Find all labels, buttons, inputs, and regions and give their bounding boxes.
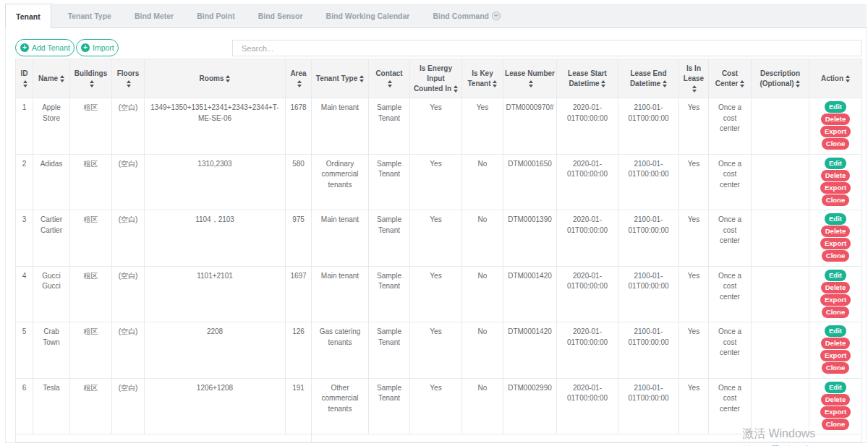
cell-area: 191 xyxy=(286,378,312,434)
tab-label: Bind Point xyxy=(197,12,235,20)
column-header-lease_number[interactable]: Lease Number xyxy=(503,59,557,98)
clone-button[interactable]: Clone xyxy=(822,306,849,318)
column-label: Rooms xyxy=(200,74,224,82)
add-tenant-button[interactable]: + Add Tenant xyxy=(15,39,75,56)
export-button[interactable]: Export xyxy=(820,238,851,249)
cell-tenant_type: Main tenant xyxy=(312,210,369,267)
cell-value: 2100-01-01T00:00:00 xyxy=(628,160,668,179)
cell-value: Yes xyxy=(477,103,488,111)
cell-value: Other commercial tenants xyxy=(321,384,358,413)
clone-button[interactable]: Clone xyxy=(822,250,849,262)
edit-button[interactable]: Edit xyxy=(825,158,846,169)
clone-button[interactable]: Clone xyxy=(822,138,849,150)
cell-id: 2 xyxy=(16,154,33,210)
search-input[interactable] xyxy=(232,40,861,56)
cell-id: 4 xyxy=(16,266,33,322)
cell-value: DTM0001650 xyxy=(508,160,552,168)
export-button[interactable]: Export xyxy=(820,182,851,194)
cell-value: 6 xyxy=(22,384,27,392)
cell-cost_center: Once a cost center xyxy=(709,378,752,434)
tab-content-panel: + Add Tenant + Import IDNameBuildingsFlo… xyxy=(5,28,867,443)
cell-is_in_lease: Yes xyxy=(679,322,709,379)
column-header-tenant_type[interactable]: Tenant Type xyxy=(312,59,369,98)
column-header-contact[interactable]: Contact xyxy=(369,59,410,98)
cell-value: DTM0002990 xyxy=(508,384,552,392)
delete-button[interactable]: Delete xyxy=(821,170,851,181)
tab-bind-meter[interactable]: Bind Meter xyxy=(123,4,185,27)
tab-tenant[interactable]: Tenant xyxy=(5,4,51,28)
cell-is_in_lease: Yes xyxy=(679,266,709,322)
edit-button[interactable]: Edit xyxy=(825,101,846,113)
delete-button[interactable]: Delete xyxy=(821,113,851,125)
toolbar: + Add Tenant + Import xyxy=(6,28,866,57)
cell-rooms: 1206+1208 xyxy=(145,378,286,434)
cell-lease_number: DTM0001420 xyxy=(503,266,557,322)
delete-button[interactable]: Delete xyxy=(821,394,851,406)
cell-value: Sample Tenant xyxy=(377,327,401,346)
column-label: Tenant Type xyxy=(316,74,357,82)
cell-value: 2 xyxy=(22,160,27,168)
column-header-action[interactable]: Action xyxy=(809,59,862,98)
cell-value: 1697 xyxy=(290,272,306,280)
column-header-cost_center[interactable]: Cost Center xyxy=(709,59,752,98)
export-button[interactable]: Export xyxy=(820,406,851,418)
import-button[interactable]: + Import xyxy=(76,39,119,56)
export-button[interactable]: Export xyxy=(820,350,851,361)
cell-rooms: 1349+1350+1351+2341+2343+2344+T-ME-SE-06 xyxy=(145,98,286,155)
edit-button[interactable]: Edit xyxy=(825,270,846,281)
clone-button[interactable]: Clone xyxy=(822,362,849,374)
cell-floors: (空白) xyxy=(112,98,145,155)
tab-bind-working-calendar[interactable]: Bind Working Calendar xyxy=(315,4,422,27)
column-header-is_in_lease[interactable]: Is In Lease xyxy=(679,59,709,98)
tab-tenant-type[interactable]: Tenant Type xyxy=(56,4,123,27)
delete-button[interactable]: Delete xyxy=(821,338,851,349)
cell-value: Once a cost center xyxy=(714,271,746,303)
column-header-lease_start_datetime[interactable]: Lease Start Datetime xyxy=(557,59,618,98)
cell-buildings: 租区 xyxy=(70,154,112,210)
cell-value: Once a cost center xyxy=(714,215,746,246)
cell-value: Sample Tenant xyxy=(377,272,401,291)
sort-icon xyxy=(528,80,533,87)
column-header-buildings[interactable]: Buildings xyxy=(70,59,112,98)
column-header-is_key_tenant[interactable]: Is Key Tenant xyxy=(462,59,503,98)
tab-bind-command[interactable]: Bind Command xyxy=(421,4,512,27)
column-header-area[interactable]: Area xyxy=(286,59,312,98)
cell-is_energy_input_counted_in: Yes xyxy=(410,98,462,155)
column-header-description[interactable]: Description (Optional) xyxy=(752,59,809,98)
export-button[interactable]: Export xyxy=(820,126,851,137)
cell-value: Gas catering tenants xyxy=(320,327,361,346)
cell-id: 6 xyxy=(16,378,33,434)
cell-value: 1104，2103 xyxy=(195,215,234,223)
tab-bind-sensor[interactable]: Bind Sensor xyxy=(247,4,315,27)
column-header-lease_end_datetime[interactable]: Lease End Datetime xyxy=(618,59,679,98)
cell-lease_start_datetime: 2020-01-01T00:00:00 xyxy=(557,210,618,267)
delete-button[interactable]: Delete xyxy=(821,226,851,237)
column-header-is_energy_input_counted_in[interactable]: Is Energy Input Counted In xyxy=(410,59,462,98)
column-header-rooms[interactable]: Rooms xyxy=(145,59,286,98)
cell-description xyxy=(752,378,809,434)
cell-value: (空白) xyxy=(119,215,138,223)
column-label: Is In Lease xyxy=(684,64,704,82)
clone-button[interactable]: Clone xyxy=(822,194,849,206)
cell-floors: (空白) xyxy=(112,154,145,210)
sort-icon xyxy=(22,80,27,87)
edit-button[interactable]: Edit xyxy=(825,382,846,393)
clone-button[interactable]: Clone xyxy=(822,419,849,430)
cell-action: EditDeleteExportClone xyxy=(809,154,862,210)
edit-button[interactable]: Edit xyxy=(825,325,846,337)
cell-is_energy_input_counted_in: Yes xyxy=(410,266,462,322)
export-button[interactable]: Export xyxy=(820,294,851,306)
cell-floors: (空白) xyxy=(112,266,145,322)
column-header-name[interactable]: Name xyxy=(33,59,70,98)
table-row: 4Gucci Gucci租区(空白)1101+21011697Main tena… xyxy=(16,266,862,322)
delete-button[interactable]: Delete xyxy=(821,282,851,293)
column-header-floors[interactable]: Floors xyxy=(112,59,145,98)
column-header-id[interactable]: ID xyxy=(16,59,33,98)
column-label: Action xyxy=(821,74,843,82)
cell-is_key_tenant: No xyxy=(462,154,503,210)
tab-bind-point[interactable]: Bind Point xyxy=(185,4,247,27)
cell-area: 975 xyxy=(286,210,312,267)
cell-value: 1678 xyxy=(290,103,306,111)
cell-cost_center: Once a cost center xyxy=(709,322,752,379)
edit-button[interactable]: Edit xyxy=(825,213,846,225)
